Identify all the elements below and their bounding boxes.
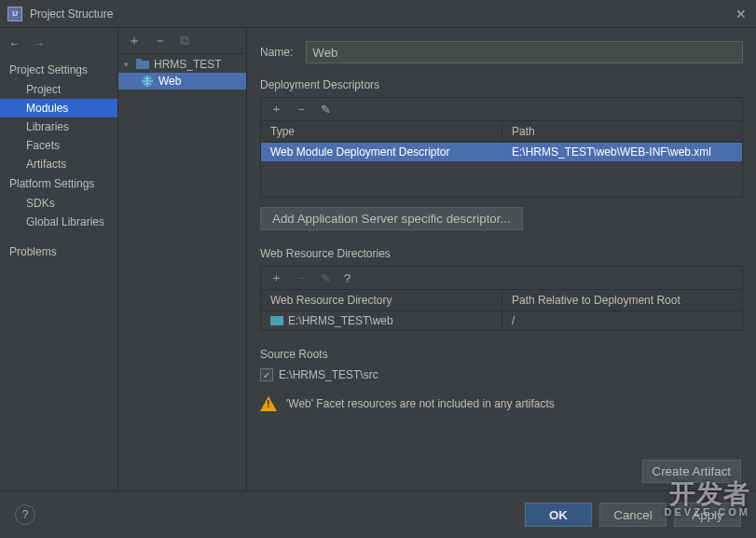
col-webres-dir: Web Resource Directory bbox=[261, 290, 502, 310]
sidebar-item-libraries[interactable]: Libraries bbox=[0, 117, 117, 136]
apply-button[interactable]: Apply bbox=[674, 503, 741, 527]
modules-toolbar: ＋ － ⧉ bbox=[118, 28, 246, 54]
window-title: Project Structure bbox=[30, 7, 735, 21]
name-label: Name: bbox=[260, 46, 293, 59]
source-root-checkbox[interactable]: ✓ bbox=[260, 368, 273, 381]
svg-rect-1 bbox=[136, 59, 142, 62]
webres-table: Web Resource Directory Path Relative to … bbox=[260, 290, 743, 331]
warning-icon bbox=[260, 396, 277, 411]
sidebar-item-artifacts[interactable]: Artifacts bbox=[0, 155, 117, 173]
module-folder-icon bbox=[136, 58, 149, 71]
edit-descriptor-icon[interactable]: ✎ bbox=[321, 103, 331, 117]
remove-webres-icon[interactable]: － bbox=[296, 269, 308, 286]
platform-settings-header: Platform Settings bbox=[0, 173, 117, 194]
web-resource-dirs-label: Web Resource Directories bbox=[260, 247, 743, 260]
deployment-descriptors-label: Deployment Descriptors bbox=[260, 78, 743, 91]
modules-panel: ＋ － ⧉ ▾ HRMS_TEST Web bbox=[118, 28, 247, 490]
close-icon[interactable]: ✕ bbox=[735, 7, 749, 21]
modules-tree: ▾ HRMS_TEST Web bbox=[118, 54, 246, 90]
web-facet-icon bbox=[141, 75, 154, 88]
project-settings-header: Project Settings bbox=[0, 60, 117, 80]
edit-webres-icon[interactable]: ✎ bbox=[321, 271, 331, 285]
col-type: Type bbox=[261, 121, 502, 142]
help-webres-icon[interactable]: ? bbox=[344, 271, 351, 285]
deployment-table-header: Type Path bbox=[261, 121, 742, 143]
copy-module-icon[interactable]: ⧉ bbox=[180, 33, 189, 48]
warning-text: 'Web' Facet resources are not included i… bbox=[286, 397, 555, 410]
dialog-footer: ? OK Cancel Apply bbox=[0, 491, 756, 538]
add-server-descriptor-button[interactable]: Add Application Server specific descript… bbox=[260, 207, 523, 230]
add-webres-icon[interactable]: ＋ bbox=[270, 269, 282, 286]
module-root[interactable]: ▾ HRMS_TEST bbox=[118, 56, 246, 73]
deployment-row-path: E:\HRMS_TEST\web\WEB-INF\web.xml bbox=[502, 143, 742, 161]
webres-table-row[interactable]: E:\HRMS_TEST\web / bbox=[261, 311, 742, 330]
settings-sidebar: ← → Project Settings Project Modules Lib… bbox=[0, 28, 118, 490]
cancel-button[interactable]: Cancel bbox=[599, 503, 667, 527]
source-roots-label: Source Roots bbox=[260, 348, 743, 361]
module-root-label: HRMS_TEST bbox=[154, 58, 222, 71]
sidebar-item-sdks[interactable]: SDKs bbox=[0, 194, 117, 213]
module-web-facet[interactable]: Web bbox=[118, 73, 246, 90]
create-artifact-button[interactable]: Create Artifact bbox=[642, 460, 741, 483]
deployment-toolbar: ＋ － ✎ bbox=[260, 97, 743, 121]
help-icon[interactable]: ? bbox=[15, 504, 35, 525]
sidebar-item-problems[interactable]: Problems bbox=[0, 242, 117, 261]
add-descriptor-icon[interactable]: ＋ bbox=[270, 101, 282, 117]
webres-dir: E:\HRMS_TEST\web bbox=[288, 314, 393, 327]
ok-button[interactable]: OK bbox=[525, 503, 592, 527]
app-logo-icon: IJ bbox=[7, 7, 22, 21]
remove-module-icon[interactable]: － bbox=[154, 33, 167, 49]
sidebar-item-project[interactable]: Project bbox=[0, 80, 117, 99]
source-root-item[interactable]: ✓ E:\HRMS_TEST\src bbox=[260, 368, 743, 381]
facet-name-input[interactable] bbox=[306, 41, 743, 63]
webres-table-header: Web Resource Directory Path Relative to … bbox=[261, 290, 742, 311]
webres-rel: / bbox=[502, 311, 742, 330]
back-arrow-icon[interactable]: ← bbox=[9, 37, 21, 50]
main-area: ← → Project Settings Project Modules Lib… bbox=[0, 28, 756, 491]
deployment-table-row[interactable]: Web Module Deployment Descriptor E:\HRMS… bbox=[261, 143, 742, 161]
name-row: Name: bbox=[260, 41, 743, 63]
forward-arrow-icon[interactable]: → bbox=[34, 37, 45, 50]
title-bar: IJ Project Structure ✕ bbox=[0, 0, 756, 28]
remove-descriptor-icon[interactable]: － bbox=[296, 101, 308, 117]
webres-toolbar: ＋ － ✎ ? bbox=[260, 266, 743, 290]
svg-rect-0 bbox=[136, 61, 149, 69]
add-module-icon[interactable]: ＋ bbox=[128, 33, 141, 49]
col-path: Path bbox=[502, 121, 742, 142]
nav-arrows: ← → bbox=[0, 32, 117, 60]
sidebar-item-facets[interactable]: Facets bbox=[0, 136, 117, 155]
folder-icon bbox=[270, 316, 283, 325]
source-root-path: E:\HRMS_TEST\src bbox=[279, 368, 378, 381]
sidebar-item-modules[interactable]: Modules bbox=[0, 99, 117, 117]
sidebar-item-global-libraries[interactable]: Global Libraries bbox=[0, 213, 117, 231]
facet-detail-panel: Name: Deployment Descriptors ＋ － ✎ Type … bbox=[247, 28, 756, 490]
col-webres-rel: Path Relative to Deployment Root bbox=[502, 290, 742, 310]
deployment-row-type: Web Module Deployment Descriptor bbox=[261, 143, 502, 161]
tree-expand-icon[interactable]: ▾ bbox=[124, 60, 131, 69]
deployment-table: Type Path Web Module Deployment Descript… bbox=[260, 121, 743, 198]
source-roots-section: Source Roots ✓ E:\HRMS_TEST\src bbox=[260, 348, 743, 381]
module-web-label: Web bbox=[158, 75, 181, 88]
warning-row: 'Web' Facet resources are not included i… bbox=[260, 396, 743, 411]
